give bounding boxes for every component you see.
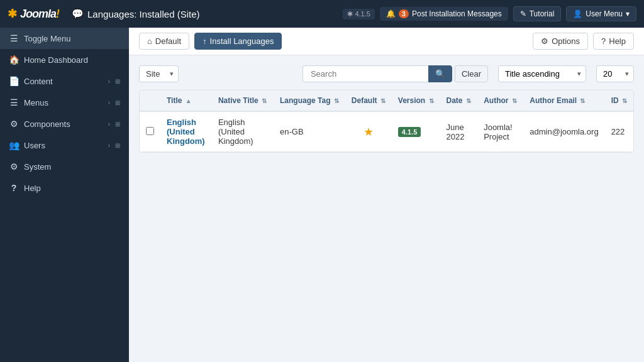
bell-icon: 🔔 [386, 9, 396, 18]
row-native-title: English (United Kingdom) [212, 111, 274, 152]
sidebar-item-label: Menus [24, 98, 103, 107]
layout: ☰ Toggle Menu 🏠 Home Dashboard 📄 Content… [0, 28, 644, 362]
sidebar-item-label: Components [24, 119, 103, 129]
languages-table: Title ▲ Native Title ⇅ Language Tag ⇅ [139, 90, 634, 153]
default-button[interactable]: ⌂ Default [139, 33, 189, 50]
help-icon: ? [9, 183, 19, 193]
row-id: 222 [605, 111, 633, 152]
chevron-right-icon: › [108, 121, 110, 128]
toolbar: ⌂ Default ↑ Install Languages ⚙ Options … [129, 28, 644, 55]
sidebar-item-toggle-menu[interactable]: ☰ Toggle Menu [0, 28, 129, 49]
col-header-title[interactable]: Title ▲ [160, 90, 212, 111]
col-header-default[interactable]: Default ⇅ [345, 90, 392, 111]
default-star-icon[interactable]: ★ [364, 126, 374, 138]
sort-asc-icon: ▲ [186, 97, 192, 104]
per-page-select[interactable]: 20 [596, 65, 634, 82]
search-icon: 🔍 [435, 69, 445, 79]
home-icon: 🏠 [9, 55, 19, 65]
version-badge: 4.1.5 [398, 127, 421, 137]
content-area: Site 🔍 Clear Title ascending [129, 55, 644, 362]
site-filter[interactable]: Site [139, 65, 179, 82]
toggle-menu-icon: ☰ [9, 33, 19, 43]
chevron-right-icon: › [108, 99, 110, 106]
col-header-language-tag[interactable]: Language Tag ⇅ [274, 90, 345, 111]
grid-icon: ⊞ [115, 99, 120, 106]
row-version: 4.1.5 [392, 111, 440, 152]
select-all-header [140, 90, 160, 111]
clear-button[interactable]: Clear [455, 65, 488, 82]
content-icon: 📄 [9, 76, 19, 86]
topbar-right: ✱ 4.1.5 🔔 3 Post Installation Messages ✎… [343, 6, 636, 21]
help-label: Help [609, 36, 626, 46]
default-button-label: Default [155, 36, 181, 46]
page-icon: 💬 [72, 8, 84, 19]
sort-icon: ⇅ [334, 97, 339, 104]
tutorial-button[interactable]: ✎ Tutorial [513, 6, 562, 21]
sidebar-item-label: Content [24, 77, 103, 86]
logo-text: Joomla! [20, 8, 59, 21]
help-button[interactable]: ? Help [593, 33, 634, 50]
sort-icon: ⇅ [262, 97, 267, 104]
topbar: ✱ Joomla! 💬 Languages: Installed (Site) … [0, 0, 644, 28]
search-button[interactable]: 🔍 [428, 65, 452, 82]
sidebar-item-content[interactable]: 📄 Content › ⊞ [0, 70, 129, 92]
sidebar-item-label: Home Dashboard [24, 55, 120, 65]
options-label: Options [552, 36, 580, 46]
clear-label: Clear [462, 69, 481, 79]
sort-icon: ⇅ [466, 97, 471, 104]
sidebar-item-system[interactable]: ⚙ System [0, 156, 129, 177]
row-title: English (United Kingdom) [160, 111, 212, 152]
sidebar-item-components[interactable]: ⚙ Components › ⊞ [0, 113, 129, 134]
title-link[interactable]: English (United Kingdom) [167, 118, 205, 146]
menus-icon: ☰ [9, 97, 19, 107]
upload-icon: ↑ [203, 36, 207, 46]
search-wrap: 🔍 Clear [303, 65, 488, 82]
version-badge: ✱ 4.1.5 [343, 9, 375, 19]
col-header-date[interactable]: Date ⇅ [440, 90, 478, 111]
sort-icon: ⇅ [429, 97, 434, 104]
logo-symbol: ✱ [8, 7, 16, 21]
sort-icon: ⇅ [622, 97, 627, 104]
grid-icon: ⊞ [115, 121, 120, 128]
page-title-bar: 💬 Languages: Installed (Site) [72, 8, 199, 19]
sidebar-item-help[interactable]: ? Help [0, 177, 129, 199]
sidebar-item-users[interactable]: 👥 Users › ⊞ [0, 134, 129, 156]
sidebar-item-label: Users [24, 141, 103, 150]
row-author-email: admin@joomla.org [523, 111, 604, 152]
chevron-right-icon: › [108, 142, 110, 149]
sort-select[interactable]: Title ascending [498, 65, 586, 82]
col-header-author[interactable]: Author ⇅ [477, 90, 523, 111]
notif-label: Post Installation Messages [412, 9, 502, 18]
page-title: Languages: Installed (Site) [87, 9, 199, 19]
sort-icon: ⇅ [580, 97, 585, 104]
table-header-row: Title ▲ Native Title ⇅ Language Tag ⇅ [140, 90, 633, 111]
col-header-version[interactable]: Version ⇅ [392, 90, 440, 111]
edit-icon: ✎ [520, 9, 526, 18]
search-input[interactable] [303, 65, 428, 82]
sort-wrap: Title ascending [498, 65, 586, 82]
notifications-button[interactable]: 🔔 3 Post Installation Messages [380, 7, 508, 21]
sort-icon: ⇅ [512, 97, 517, 104]
col-header-native-title[interactable]: Native Title ⇅ [212, 90, 274, 111]
row-default: ★ [345, 111, 392, 152]
sidebar-item-label: Help [24, 184, 120, 193]
grid-icon: ⊞ [115, 142, 120, 149]
toolbar-right: ⚙ Options ? Help [533, 33, 634, 50]
sort-icon: ⇅ [380, 97, 386, 104]
sidebar-item-menus[interactable]: ☰ Menus › ⊞ [0, 92, 129, 113]
grid-icon: ⊞ [115, 78, 120, 85]
row-date: June 2022 [440, 111, 478, 152]
sidebar-item-label: System [24, 162, 120, 172]
col-header-id[interactable]: ID ⇅ [605, 90, 633, 111]
row-checkbox[interactable] [146, 127, 154, 135]
row-author: Joomla! Project [477, 111, 523, 152]
col-header-author-email[interactable]: Author Email ⇅ [523, 90, 604, 111]
users-icon: 👥 [9, 140, 19, 150]
user-menu-button[interactable]: 👤 User Menu ▾ [566, 6, 636, 21]
tutorial-label: Tutorial [530, 9, 555, 18]
install-languages-button[interactable]: ↑ Install Languages [194, 33, 282, 50]
sidebar: ☰ Toggle Menu 🏠 Home Dashboard 📄 Content… [0, 28, 129, 362]
components-icon: ⚙ [9, 119, 19, 129]
sidebar-item-home-dashboard[interactable]: 🏠 Home Dashboard [0, 49, 129, 70]
options-button[interactable]: ⚙ Options [533, 33, 588, 50]
